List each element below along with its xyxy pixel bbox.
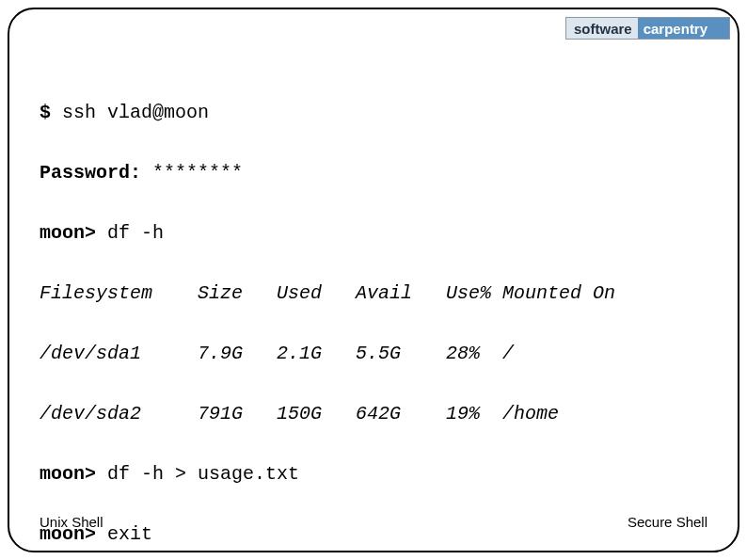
- command-text: ssh vlad@moon: [62, 102, 209, 123]
- logo-left-text: software: [566, 18, 638, 39]
- logo-right-text: carpentry: [638, 18, 729, 39]
- slide-frame: software carpentry $ ssh vlad@moon Passw…: [8, 8, 739, 552]
- password-label: Password:: [40, 162, 152, 184]
- footer-right-text: Secure Shell: [628, 514, 707, 530]
- df-header: Filesystem Size Used Avail Use% Mounted …: [40, 279, 707, 309]
- software-carpentry-logo: software carpentry: [565, 17, 730, 40]
- command-text: df -h > usage.txt: [107, 463, 299, 485]
- command-text: df -h: [107, 222, 164, 244]
- terminal-line: $ ssh vlad@moon: [40, 98, 707, 128]
- terminal-line: moon> df -h > usage.txt: [40, 459, 707, 489]
- terminal-output: $ ssh vlad@moon Password: ******** moon>…: [40, 68, 707, 560]
- terminal-line: moon> exit: [40, 520, 707, 550]
- password-mask: ********: [152, 162, 243, 184]
- df-row: /dev/sda2 791G 150G 642G 19% /home: [40, 399, 707, 429]
- df-row: /dev/sda1 7.9G 2.1G 5.5G 28% /: [40, 339, 707, 369]
- footer-left-text: Unix Shell: [40, 514, 103, 530]
- terminal-line: Password: ********: [40, 158, 707, 188]
- remote-prompt: moon>: [40, 222, 107, 244]
- command-text: exit: [107, 523, 152, 545]
- terminal-line: moon> df -h: [40, 218, 707, 248]
- shell-prompt: $: [40, 102, 62, 123]
- remote-prompt: moon>: [40, 463, 107, 485]
